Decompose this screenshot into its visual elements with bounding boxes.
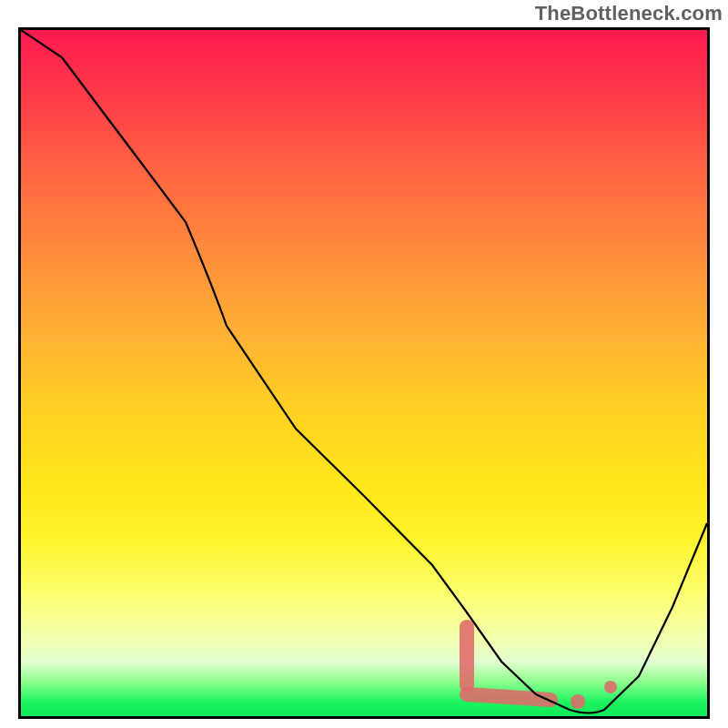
watermark-text: TheBottleneck.com [535,2,723,25]
plot-area [18,27,710,719]
red-dot-1 [571,694,585,709]
red-dot-2 [604,681,617,693]
bottleneck-curve [21,30,707,713]
chart-svg [21,30,707,716]
